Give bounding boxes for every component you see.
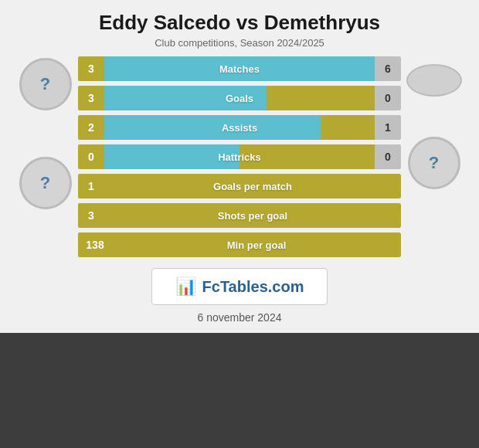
mpg-left-val: 138 bbox=[78, 232, 112, 257]
spg-left-val: 3 bbox=[78, 203, 104, 228]
assists-bar-label: Assists bbox=[104, 115, 375, 140]
stat-row-matches: 3 Matches 6 bbox=[78, 56, 401, 81]
hattricks-bar-label: Hattricks bbox=[104, 144, 375, 169]
header-card: Eddy Salcedo vs Demethryus Club competit… bbox=[0, 0, 479, 333]
goals-left-val: 3 bbox=[78, 86, 104, 110]
hattricks-right-val: 0 bbox=[375, 144, 401, 169]
logo-container: 📊 FcTables.com bbox=[12, 268, 467, 305]
page-title: Eddy Salcedo vs Demethryus bbox=[12, 11, 467, 35]
left-avatars: ? ? bbox=[12, 56, 78, 209]
date-footer: 6 november 2024 bbox=[12, 311, 467, 324]
avatar-player2-main: ? bbox=[408, 137, 460, 189]
matches-bar: Matches bbox=[104, 56, 375, 81]
mpg-bar-label: Min per goal bbox=[112, 232, 401, 257]
assists-left-val: 2 bbox=[78, 115, 104, 140]
avatar-player1-main: ? bbox=[19, 58, 72, 110]
goals-bar: Goals bbox=[104, 86, 375, 110]
stat-row-goals: 3 Goals 0 bbox=[78, 86, 401, 110]
matches-left-val: 3 bbox=[78, 56, 104, 81]
hattricks-bar: Hattricks bbox=[104, 144, 375, 169]
page-wrapper: Eddy Salcedo vs Demethryus Club competit… bbox=[0, 0, 479, 448]
avatar-player2-ellipse bbox=[406, 64, 462, 97]
assists-right-val: 1 bbox=[375, 115, 401, 140]
stat-row-shots-per-goal: 3 Shots per goal bbox=[78, 203, 401, 228]
avatar-player1-alt: ? bbox=[19, 157, 72, 209]
matches-right-val: 6 bbox=[375, 56, 401, 81]
logo-box: 📊 FcTables.com bbox=[151, 268, 328, 305]
comparison-layout: ? ? 3 Matches 6 bbox=[12, 56, 467, 260]
logo-brand: Tables.com bbox=[220, 278, 304, 295]
assists-bar: Assists bbox=[104, 115, 375, 140]
logo-text: FcTables.com bbox=[202, 278, 304, 296]
mpg-bar: Min per goal bbox=[112, 232, 401, 257]
spg-bar-label: Shots per goal bbox=[104, 203, 401, 228]
stat-row-hattricks: 0 Hattricks 0 bbox=[78, 144, 401, 169]
goals-right-val: 0 bbox=[375, 86, 401, 110]
stat-row-min-per-goal: 138 Min per goal bbox=[78, 232, 401, 257]
right-avatars: ? bbox=[401, 56, 467, 189]
stats-bars: 3 Matches 6 3 Goals 0 bbox=[78, 56, 401, 257]
spg-bar: Shots per goal bbox=[104, 203, 401, 228]
goals-bar-label: Goals bbox=[104, 86, 375, 110]
matches-bar-label: Matches bbox=[104, 56, 375, 81]
gpm-bar: Goals per match bbox=[104, 174, 401, 199]
stat-row-assists: 2 Assists 1 bbox=[78, 115, 401, 140]
hattricks-left-val: 0 bbox=[78, 144, 104, 169]
stat-row-goals-per-match: 1 Goals per match bbox=[78, 174, 401, 199]
gpm-left-val: 1 bbox=[78, 174, 104, 199]
page-subtitle: Club competitions, Season 2024/2025 bbox=[12, 37, 467, 49]
gpm-bar-label: Goals per match bbox=[104, 174, 401, 199]
logo-icon: 📊 bbox=[175, 277, 196, 297]
